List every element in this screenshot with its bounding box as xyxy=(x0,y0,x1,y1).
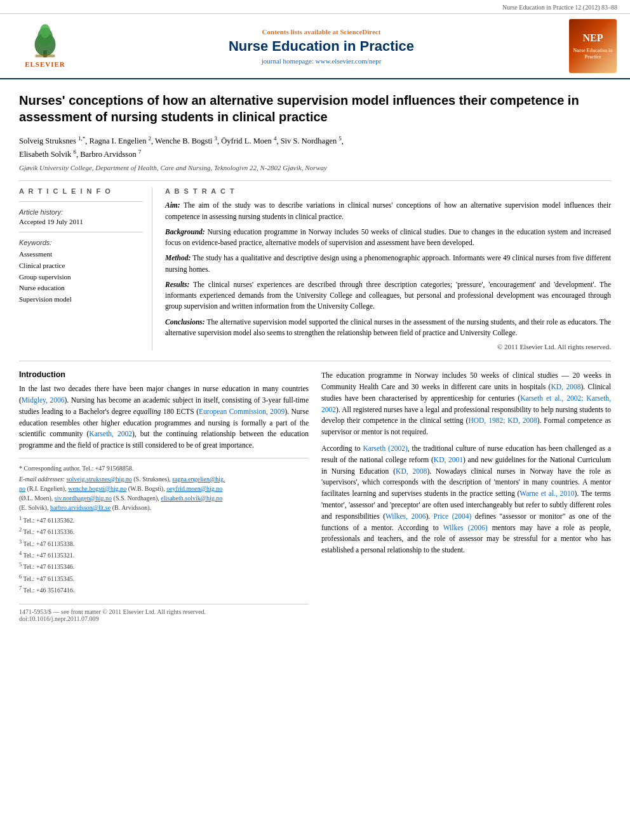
article-authors: Solveig Struksnes 1,*, Ragna I. Engelien… xyxy=(19,134,611,161)
aim-text: The aim of the study was to describe var… xyxy=(165,201,611,220)
conclusions-text: The alternative supervision model suppor… xyxy=(165,318,611,337)
body-columns: Introduction In the last two decades the… xyxy=(19,370,611,622)
results-label: Results: xyxy=(165,281,189,288)
conclusions-label: Conclusions: xyxy=(165,318,205,326)
ref-karseth-2002c[interactable]: Karseth (2002) xyxy=(363,444,407,452)
right-para2: According to Karseth (2002), the traditi… xyxy=(321,443,611,556)
ref-kd-2001[interactable]: KD, 2001 xyxy=(434,456,463,463)
right-para1: The education programme in Norway includ… xyxy=(321,370,611,438)
email-engelien[interactable]: ragna.engelien@hig. xyxy=(172,476,225,483)
page: Nurse Education in Practice 12 (2012) 83… xyxy=(0,0,630,840)
elsevier-label: ELSEVIER xyxy=(25,60,65,68)
footnote-numbers: 1 Tel.: +47 61135362. 2 Tel.: +47 611353… xyxy=(19,515,309,595)
keywords-list: Assessment Clinical practice Group super… xyxy=(19,249,143,305)
email-nordhagen[interactable]: siv.nordhagen@hig.no xyxy=(55,495,112,502)
keyword-5: Supervision model xyxy=(19,294,143,305)
method-label: Method: xyxy=(165,254,191,262)
article-body: Nurses' conceptions of how an alternativ… xyxy=(0,79,630,635)
article-info-col: A R T I C L E I N F O Article history: A… xyxy=(19,187,152,350)
article-info-label: A R T I C L E I N F O xyxy=(19,187,143,195)
abstract-background: Background: Nursing education programme … xyxy=(165,227,611,249)
divider-kw xyxy=(19,232,143,232)
journal-ref-bar: Nurse Education in Practice 12 (2012) 83… xyxy=(0,0,630,14)
aim-label: Aim: xyxy=(165,201,180,209)
science-direct-line: Contents lists available at ScienceDirec… xyxy=(80,28,563,36)
ref-european-commission[interactable]: European Commission, 2009 xyxy=(199,408,285,415)
keyword-2: Clinical practice xyxy=(19,260,143,272)
body-col-right: The education programme in Norway includ… xyxy=(321,370,611,622)
tel6: 6 Tel.: +47 61135345. xyxy=(19,573,309,583)
divider-body xyxy=(19,361,611,361)
keyword-1: Assessment xyxy=(19,249,143,260)
email-struksnes[interactable]: solveig.struksnes@hig.no xyxy=(67,476,132,483)
journal-header: ELSEVIER Contents lists available at Sci… xyxy=(0,14,630,79)
tel7: 7 Tel.: +46 35167416. xyxy=(19,585,309,595)
copyright: © 2011 Elsevier Ltd. All rights reserved… xyxy=(165,343,611,350)
ref-karseth-2002a[interactable]: Karseth, 2002 xyxy=(89,430,132,437)
tel1: 1 Tel.: +47 61135362. xyxy=(19,515,309,525)
email-solvik[interactable]: elisabeth.solvik@hig.no xyxy=(161,495,222,502)
journal-thumb-text: NEP Nurse Education in Practice xyxy=(573,32,613,60)
tel2: 2 Tel.: +47 61135336. xyxy=(19,526,309,537)
ref-wilkes-2006a[interactable]: Wilkes, 2006 xyxy=(385,512,426,520)
ref-wilkes-2006b[interactable]: Wilkes (2006) xyxy=(443,524,488,531)
bottom-info: 1471-5953/$ — see front matter © 2011 El… xyxy=(19,604,309,622)
email-engelien2[interactable]: no xyxy=(19,485,25,492)
background-label: Background: xyxy=(165,228,205,236)
article-title: Nurses' conceptions of how an alternativ… xyxy=(19,92,611,125)
svg-rect-4 xyxy=(35,55,55,58)
abstract-col: A B S T R A C T Aim: The aim of the stud… xyxy=(165,187,611,350)
ref-kd-2008a[interactable]: KD, 2008 xyxy=(551,383,580,390)
keyword-3: Group supervision xyxy=(19,272,143,283)
tel5: 5 Tel.: +47 61135346. xyxy=(19,561,309,571)
article-info-abstract: A R T I C L E I N F O Article history: A… xyxy=(19,187,611,350)
background-text: Nursing education programme in Norway in… xyxy=(165,228,611,246)
ref-karseth-2002b[interactable]: Karseth et al., 2002; Karseth, 2002 xyxy=(321,394,611,413)
email-bogsti[interactable]: wenche.bogsti@hig.no xyxy=(68,485,126,492)
accepted-date: Accepted 19 July 2011 xyxy=(19,218,143,225)
ref-midgley[interactable]: Midgley, 2006 xyxy=(22,396,65,404)
ref-price-2004[interactable]: Price (2004) xyxy=(434,512,472,520)
journal-homepage: journal homepage: www.elsevier.com/nepr xyxy=(80,57,563,65)
article-affiliation: Gjøvik University College, Department of… xyxy=(19,164,611,171)
elsevier-tree-icon xyxy=(23,24,67,59)
svg-point-3 xyxy=(40,24,51,38)
science-direct-link[interactable]: ScienceDirect xyxy=(340,28,380,36)
abstract-label: A B S T R A C T xyxy=(165,187,611,195)
keyword-4: Nurse education xyxy=(19,283,143,294)
doi: doi:10.1016/j.nepr.2011.07.009 xyxy=(19,615,309,622)
body-col-left: Introduction In the last two decades the… xyxy=(19,370,309,622)
keywords-label: Keywords: xyxy=(19,239,143,246)
journal-header-center: Contents lists available at ScienceDirec… xyxy=(80,28,563,65)
history-label: Article history: xyxy=(19,208,143,216)
footnote-emails: E-mail addresses: solveig.struksnes@hig.… xyxy=(19,474,309,512)
ref-warne[interactable]: Warne et al., 2010 xyxy=(519,490,574,497)
divider-1 xyxy=(19,180,611,181)
email-arvidsson[interactable]: barbro.arvidsson@llt.se xyxy=(50,504,111,511)
intro-heading: Introduction xyxy=(19,370,309,379)
method-text: The study has a qualitative and descript… xyxy=(165,254,611,272)
journal-ref: Nurse Education in Practice 12 (2012) 83… xyxy=(502,4,617,11)
journal-thumbnail: NEP Nurse Education in Practice xyxy=(569,19,620,73)
elsevier-logo: ELSEVIER xyxy=(10,24,80,68)
results-text: The clinical nurses' experiences are des… xyxy=(165,281,611,310)
intro-para1: In the last two decades there have been … xyxy=(19,383,309,451)
ref-kd-2008b[interactable]: KD, 2008 xyxy=(396,467,427,475)
abstract-results: Results: The clinical nurses' experience… xyxy=(165,279,611,312)
footnote-corresponding: * Corresponding author. Tel.: +47 915688… xyxy=(19,463,309,473)
abstract-aim: Aim: The aim of the study was to describ… xyxy=(165,200,611,222)
abstract-method: Method: The study has a qualitative and … xyxy=(165,253,611,275)
abstract-conclusions: Conclusions: The alternative supervision… xyxy=(165,317,611,339)
email-moen[interactable]: oeyfrid.moen@hig.no xyxy=(166,485,222,492)
tel3: 3 Tel.: +47 61135338. xyxy=(19,538,309,549)
journal-title: Nurse Education in Practice xyxy=(80,38,563,55)
issn: 1471-5953/$ — see front matter © 2011 El… xyxy=(19,608,309,615)
tel4: 4 Tel.: +47 61135321. xyxy=(19,550,309,560)
ref-hod[interactable]: HOD, 1982; KD, 2008 xyxy=(468,417,537,424)
divider-info xyxy=(19,201,143,202)
footnotes: * Corresponding author. Tel.: +47 915688… xyxy=(19,458,309,595)
